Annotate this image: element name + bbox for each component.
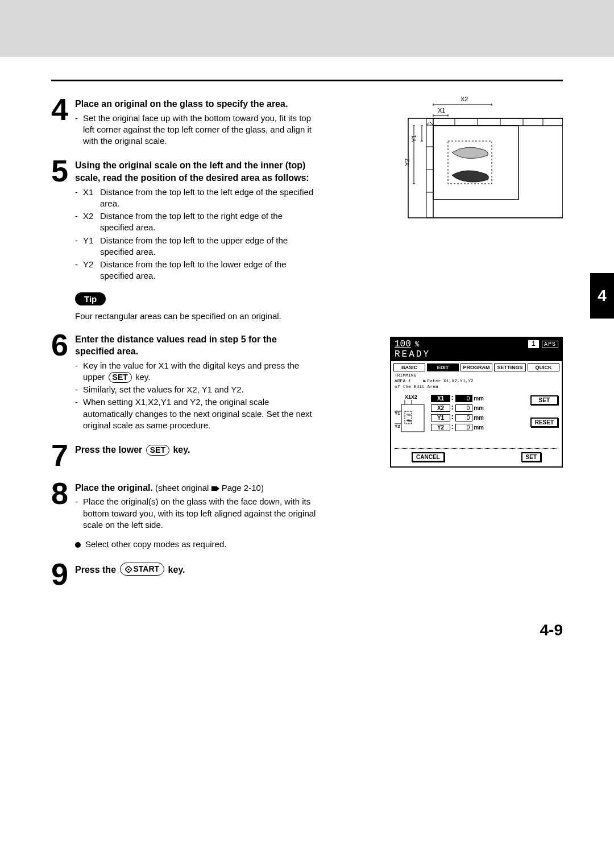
panel-row-x1: X1:0mm [431, 394, 527, 402]
zoom-value: 100 [395, 339, 411, 349]
panel-cancel-button[interactable]: CANCEL [412, 452, 445, 462]
svg-rect-17 [426, 118, 433, 218]
diamond-icon [125, 566, 132, 573]
panel-set-lower-button[interactable]: SET [521, 452, 541, 462]
set-key: SET [109, 372, 132, 383]
panel-row-x2: X2:0mm [431, 404, 527, 412]
step-8: 8 Place the original. (sheet original Pa… [51, 480, 318, 551]
step-7-number: 7 [51, 441, 75, 469]
section-tab: 4 [590, 273, 614, 319]
svg-marker-21 [426, 122, 433, 125]
panel-reset-button[interactable]: RESET [530, 418, 558, 427]
start-key: START [120, 563, 165, 576]
step-7: 7 Press the lower SET key. [51, 441, 318, 469]
header-band [0, 0, 614, 57]
x1-label: X1 [438, 107, 445, 114]
step-5: 5 Using the original scale on the left a… [51, 157, 318, 282]
tab-settings[interactable]: SETTINGS [494, 363, 526, 371]
step-8-title: Place the original. [75, 483, 153, 493]
tip-badge: Tip [75, 292, 106, 305]
step-5-number: 5 [51, 157, 75, 185]
panel-set-upper-button[interactable]: SET [530, 395, 558, 405]
tab-edit[interactable]: EDIT [427, 363, 459, 371]
svg-rect-23 [433, 126, 518, 200]
top-rule [51, 80, 563, 81]
step-9: 9 Press the START key. [51, 560, 318, 588]
ready-status: READY [395, 349, 558, 359]
svg-rect-22 [433, 126, 563, 218]
step-6-number: 6 [51, 331, 75, 359]
step-6-title: Enter the distance values read in step 5… [75, 334, 277, 357]
bullet-icon [75, 542, 81, 548]
page-number: 4-9 [0, 621, 614, 662]
x2-label: X2 [460, 96, 468, 102]
tab-program[interactable]: PROGRAM [460, 363, 492, 371]
set-key-lower: SET [146, 445, 169, 456]
step-4-title: Place an original on the glass to specif… [75, 99, 288, 109]
step-4-number: 4 [51, 96, 75, 123]
panel-row-y1: Y1:0mm [431, 414, 527, 421]
svg-rect-11 [433, 118, 563, 126]
panel-mini-diagram: X1X2 Y1 Y2 [395, 394, 428, 446]
tip-text: Four rectangular areas can be specified … [75, 311, 318, 321]
svg-rect-0 [211, 486, 216, 491]
tab-basic[interactable]: BASIC [393, 363, 425, 371]
svg-marker-1 [216, 486, 219, 491]
step-4: 4 Place an original on the glass to spec… [51, 96, 318, 147]
step-5-title: Using the original scale on the left and… [75, 160, 309, 183]
copy-count: 1 [528, 340, 540, 349]
control-panel: 100 % 1APS READY BASIC EDIT PROGRAM SETT… [390, 337, 563, 468]
step-8-number: 8 [51, 480, 75, 507]
aps-indicator: APS [542, 341, 558, 348]
step-9-number: 9 [51, 560, 75, 588]
scanner-diagram: X2 X1 [404, 96, 563, 223]
svg-point-3 [127, 568, 129, 570]
step-6: 6 Enter the distance values read in step… [51, 331, 318, 432]
page-ref-icon [211, 486, 219, 491]
tab-quick[interactable]: QUICK [528, 363, 559, 371]
trimming-mode: TRIMMING AREA 1 [395, 373, 416, 383]
y2-label: Y2 [404, 159, 410, 166]
panel-row-y2: Y2:0mm [431, 423, 527, 431]
svg-rect-10 [408, 118, 563, 218]
step-4-bullet: Set the original face up with the bottom… [83, 113, 318, 147]
